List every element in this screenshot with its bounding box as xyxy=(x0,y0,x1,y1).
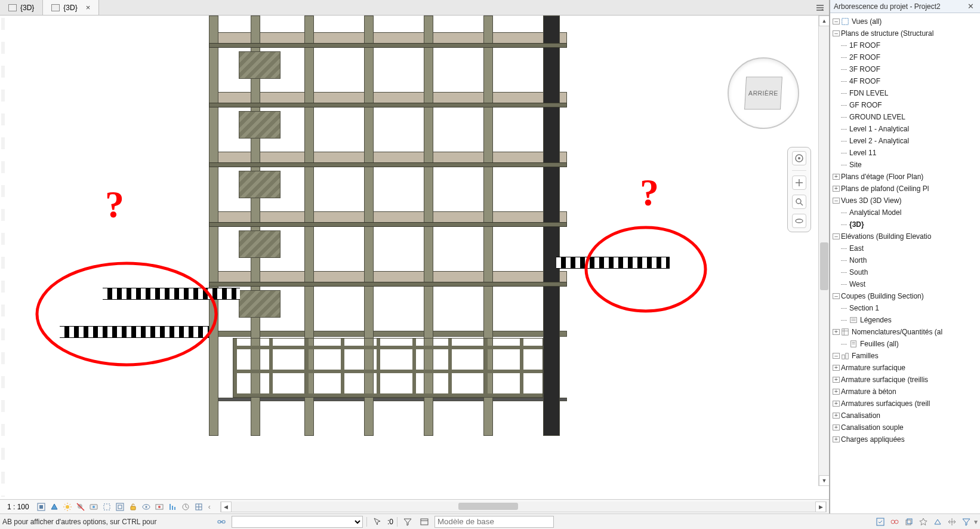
highlight-displacement-icon[interactable] xyxy=(180,502,192,512)
view-tab-3d-1[interactable]: {3D} xyxy=(0,0,43,15)
tree-item[interactable]: +Plans de plafond (Ceiling Pl xyxy=(833,183,979,195)
select-face-icon[interactable] xyxy=(931,516,944,528)
close-panel-icon[interactable]: ✕ xyxy=(965,2,976,11)
scroll-up-icon[interactable]: ▲ xyxy=(819,16,829,26)
workset-icon[interactable] xyxy=(418,516,431,528)
collapse-icon[interactable]: – xyxy=(833,293,840,299)
orbit-button[interactable] xyxy=(792,214,806,228)
analytical-model-icon[interactable] xyxy=(167,502,178,512)
rendering-dialog-icon[interactable] xyxy=(88,502,100,512)
tree-item[interactable]: Légendes xyxy=(833,314,979,326)
tree-item[interactable]: –Elévations (Building Elevatio xyxy=(833,230,979,242)
expand-icon[interactable]: + xyxy=(833,436,840,442)
tree-item[interactable]: FDN LEVEL xyxy=(833,87,979,99)
tree-item[interactable]: 2F ROOF xyxy=(833,51,979,63)
sun-path-icon[interactable] xyxy=(61,502,73,512)
tree-item[interactable]: +Armature surfacique xyxy=(833,362,979,374)
filter-icon[interactable] xyxy=(401,516,414,528)
tree-item[interactable]: +Canalisation souple xyxy=(833,422,979,433)
tree-item[interactable]: 1F ROOF xyxy=(833,39,979,51)
expand-icon[interactable]: + xyxy=(833,365,840,371)
tree-item[interactable]: +Canalisation xyxy=(833,410,979,422)
shadows-off-icon[interactable] xyxy=(75,502,87,512)
collapse-icon[interactable]: – xyxy=(833,233,840,239)
select-links-icon[interactable] xyxy=(888,516,901,528)
filter-selection-icon[interactable] xyxy=(960,516,973,528)
temporary-hide-icon[interactable] xyxy=(140,502,152,512)
tree-item[interactable]: {3D} xyxy=(833,219,979,230)
tree-item[interactable]: Section 1 xyxy=(833,302,979,314)
tree-item[interactable]: Level 2 - Analytical xyxy=(833,135,979,147)
vscroll-thumb[interactable] xyxy=(820,242,828,290)
scroll-right-icon[interactable]: ▶ xyxy=(815,502,826,512)
expand-icon[interactable]: + xyxy=(833,413,840,419)
chevron-left-icon[interactable]: ‹ xyxy=(206,503,213,511)
collapse-icon[interactable]: – xyxy=(833,353,840,359)
tree-item[interactable]: +Nomenclatures/Quantités (al xyxy=(833,326,979,338)
drag-elements-icon[interactable] xyxy=(945,516,959,528)
steering-wheel-button[interactable] xyxy=(792,151,806,165)
expand-icon[interactable]: + xyxy=(833,186,840,192)
select-pinned-icon[interactable] xyxy=(917,516,930,528)
expand-icon[interactable]: + xyxy=(833,425,840,430)
pan-button[interactable] xyxy=(792,176,806,190)
tree-item[interactable]: GROUND LEVEL xyxy=(833,111,979,123)
hscroll-thumb[interactable] xyxy=(458,503,518,510)
crop-region-visible-icon[interactable] xyxy=(114,502,126,512)
viewport-vscroll[interactable]: ▲ ▼ xyxy=(818,16,829,486)
workset-combo[interactable] xyxy=(434,516,554,528)
select-link-icon[interactable] xyxy=(215,516,228,528)
expand-icon[interactable]: + xyxy=(833,174,840,180)
visual-style-icon[interactable] xyxy=(48,502,60,512)
expand-icon[interactable]: + xyxy=(833,329,840,335)
tree-item[interactable]: +Armature à béton xyxy=(833,386,979,398)
tree-item[interactable]: 3F ROOF xyxy=(833,63,979,75)
expand-icon[interactable]: + xyxy=(833,401,840,407)
tree-item[interactable]: South xyxy=(833,266,979,278)
collapse-icon[interactable]: – xyxy=(833,30,840,36)
collapse-icon[interactable]: – xyxy=(833,19,840,24)
selection-count-icon[interactable] xyxy=(371,516,384,528)
reveal-hidden-icon[interactable] xyxy=(153,502,165,512)
tree-item[interactable]: Level 1 - Analytical xyxy=(833,123,979,135)
close-tab-icon[interactable]: × xyxy=(86,3,91,12)
project-browser-title[interactable]: Arborescence du projet - Project2 ✕ xyxy=(830,0,980,13)
tree-item[interactable]: –Vues (all) xyxy=(833,16,979,27)
viewport-hscroll[interactable]: ◀ ▶ xyxy=(220,502,827,512)
scroll-down-icon[interactable]: ▼ xyxy=(819,475,829,486)
tree-item[interactable]: Analytical Model xyxy=(833,207,979,219)
viewcube[interactable]: ARRIÈRE xyxy=(728,57,799,129)
tree-item[interactable]: –Plans de structure (Structural xyxy=(833,27,979,39)
tree-item[interactable]: +Armatures surfaciques (treill xyxy=(833,398,979,410)
tree-item[interactable]: East xyxy=(833,242,979,254)
reveal-constraints-icon[interactable] xyxy=(193,502,205,512)
scale-label[interactable]: 1 : 100 xyxy=(2,503,34,511)
tree-item[interactable]: –Familles xyxy=(833,350,979,362)
scroll-left-icon[interactable]: ◀ xyxy=(221,502,232,512)
tree-item[interactable]: +Armature surfacique (treillis xyxy=(833,374,979,386)
tree-item[interactable]: GF ROOF xyxy=(833,99,979,111)
tree-item[interactable]: Feuilles (all) xyxy=(833,338,979,350)
tree-item[interactable]: Level 11 xyxy=(833,147,979,159)
collapse-icon[interactable]: – xyxy=(833,198,840,204)
detail-level-icon[interactable] xyxy=(35,502,47,512)
tree-item[interactable]: Site xyxy=(833,159,979,171)
select-underlay-icon[interactable] xyxy=(902,516,916,528)
tree-item[interactable]: North xyxy=(833,254,979,266)
tree-item[interactable]: –Coupes (Building Section) xyxy=(833,290,979,302)
view-tab-3d-2[interactable]: {3D} × xyxy=(43,0,99,15)
3d-viewport[interactable]: ? ? ARRIÈRE ▲ ▼ xyxy=(0,16,829,499)
unlock-3d-icon[interactable] xyxy=(127,502,139,512)
zoom-button[interactable] xyxy=(792,195,806,209)
crop-view-icon[interactable] xyxy=(101,502,113,512)
expand-icon[interactable]: + xyxy=(833,377,840,383)
tree-item[interactable]: –Vues 3D (3D View) xyxy=(833,195,979,207)
tree-item[interactable]: West xyxy=(833,278,979,290)
project-browser-tree[interactable]: –Vues (all)–Plans de structure (Structur… xyxy=(830,13,980,513)
tree-item[interactable]: 4F ROOF xyxy=(833,75,979,87)
tab-list-menu[interactable] xyxy=(811,0,829,15)
tree-item[interactable]: +Charges appliquées xyxy=(833,433,979,445)
tree-item[interactable]: +Plans d'étage (Floor Plan) xyxy=(833,171,979,183)
expand-icon[interactable]: + xyxy=(833,389,840,395)
type-selector[interactable] xyxy=(232,516,363,528)
